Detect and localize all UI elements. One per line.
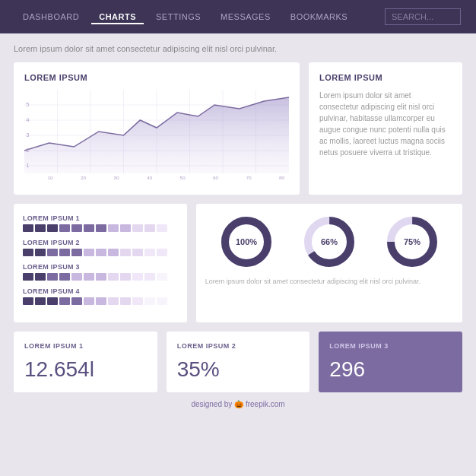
bar-card: LOREM IPSUM 1 LOREM IPSUM 2 <box>14 204 187 322</box>
stat-value-1: 12.654l <box>24 357 147 382</box>
area-chart: 5 4 3 2 1 10 20 30 40 50 60 70 80 <box>24 90 289 181</box>
bar-block <box>35 297 46 305</box>
bar-block <box>47 273 58 281</box>
nav-settings[interactable]: SETTINGS <box>148 9 208 24</box>
svg-text:4: 4 <box>26 116 29 123</box>
svg-text:2: 2 <box>26 147 29 154</box>
bar-block <box>108 297 119 305</box>
bar-block <box>23 273 33 281</box>
bar-block <box>96 249 106 256</box>
bar-block <box>108 273 119 281</box>
text-card: LOREM IPSUM Lorem ipsum dolor sit amet c… <box>309 62 462 195</box>
donut-chart-2: 66% <box>302 214 357 269</box>
bar-row-2: LOREM IPSUM 2 <box>23 239 178 256</box>
bar-blocks-3 <box>23 273 178 281</box>
svg-text:30: 30 <box>113 175 119 180</box>
nav-dashboard[interactable]: DASHBOARD <box>15 9 87 24</box>
bar-block <box>96 224 106 232</box>
search-input[interactable] <box>385 8 461 25</box>
bar-block <box>35 224 46 232</box>
text-card-title: LOREM IPSUM <box>319 73 452 82</box>
row-3: LOREM IPSUM 1 12.654l LOREM IPSUM 2 35% … <box>14 332 462 392</box>
bar-blocks-4 <box>23 297 178 305</box>
bar-block <box>47 297 58 305</box>
bar-block <box>84 273 94 281</box>
footer: designed by 🎃 freepik.com <box>14 392 462 416</box>
stat-card-1: LOREM IPSUM 1 12.654l <box>14 332 157 392</box>
row-1: LOREM IPSUM <box>14 62 462 195</box>
svg-text:70: 70 <box>246 175 252 180</box>
bar-block <box>132 249 143 256</box>
nav-messages[interactable]: MESSAGES <box>213 9 278 24</box>
stat-value-2: 35% <box>177 357 300 382</box>
svg-text:66%: 66% <box>321 237 338 246</box>
area-chart-title: LOREM IPSUM <box>24 73 289 82</box>
bar-block <box>132 224 143 232</box>
bar-block <box>157 273 167 281</box>
bar-block <box>47 224 58 232</box>
bar-block <box>108 249 119 256</box>
bar-block <box>84 249 94 256</box>
bar-block <box>144 249 155 256</box>
page-subtitle: Lorem ipsum dolor sit amet consectetur a… <box>14 44 462 53</box>
bar-block <box>120 249 131 256</box>
bar-block <box>96 273 106 281</box>
bar-block <box>120 273 131 281</box>
bar-block <box>35 273 46 281</box>
area-chart-card: LOREM IPSUM <box>14 62 300 195</box>
bar-block <box>71 224 82 232</box>
bar-row-4: LOREM IPSUM 4 <box>23 287 178 305</box>
bar-block <box>84 224 94 232</box>
bar-block <box>157 224 167 232</box>
svg-text:3: 3 <box>26 132 29 138</box>
svg-text:5: 5 <box>26 101 29 108</box>
bar-block <box>59 249 70 256</box>
bar-label-3: LOREM IPSUM 3 <box>23 263 178 271</box>
bar-label-2: LOREM IPSUM 2 <box>23 239 178 246</box>
donuts-row: 100% 66% 75% <box>205 214 453 269</box>
donut-card: 100% 66% 75% <box>196 204 462 322</box>
stat-label-1: LOREM IPSUM 1 <box>24 342 147 350</box>
nav-charts[interactable]: CHARTS <box>91 9 144 24</box>
stat-value-3: 296 <box>329 357 452 382</box>
bar-block <box>23 297 33 305</box>
svg-text:10: 10 <box>47 175 53 180</box>
footer-text: designed by <box>191 400 232 408</box>
svg-text:75%: 75% <box>404 237 420 246</box>
navigation: DASHBOARD CHARTS SETTINGS MESSAGES BOOKM… <box>0 0 476 33</box>
bar-block <box>23 249 33 256</box>
bar-label-1: LOREM IPSUM 1 <box>23 214 178 222</box>
bar-block <box>157 297 167 305</box>
svg-text:40: 40 <box>147 175 153 180</box>
bar-block <box>108 224 119 232</box>
donut-1: 100% <box>219 214 274 269</box>
bar-block <box>35 249 46 256</box>
svg-text:60: 60 <box>213 175 219 180</box>
svg-text:1: 1 <box>26 162 29 169</box>
bar-block <box>23 224 33 232</box>
donuts-description: Lorem ipsum dolor sit amet consectetur a… <box>205 277 453 287</box>
stat-label-2: LOREM IPSUM 2 <box>177 342 300 350</box>
donut-2: 66% <box>302 214 357 269</box>
bar-block <box>144 297 155 305</box>
bar-blocks-2 <box>23 249 178 256</box>
bar-label-4: LOREM IPSUM 4 <box>23 287 178 295</box>
donut-chart-1: 100% <box>219 214 274 269</box>
row-2: LOREM IPSUM 1 LOREM IPSUM 2 <box>14 204 462 322</box>
svg-text:80: 80 <box>279 175 285 180</box>
stat-card-3: LOREM IPSUM 3 296 <box>319 332 462 392</box>
bar-blocks-1 <box>23 224 178 232</box>
bar-block <box>144 224 155 232</box>
nav-bookmarks[interactable]: BOOKMARKS <box>283 9 355 24</box>
bar-block <box>71 249 82 256</box>
bar-block <box>132 273 143 281</box>
donut-3: 75% <box>385 214 440 269</box>
bar-block <box>144 273 155 281</box>
bar-block <box>59 224 70 232</box>
bar-block <box>47 249 58 256</box>
stat-label-3: LOREM IPSUM 3 <box>329 342 452 350</box>
text-card-body: Lorem ipsum dolor sit amet consectetur a… <box>319 90 452 158</box>
bar-block <box>59 273 70 281</box>
svg-text:50: 50 <box>179 175 186 180</box>
bar-block <box>71 273 82 281</box>
